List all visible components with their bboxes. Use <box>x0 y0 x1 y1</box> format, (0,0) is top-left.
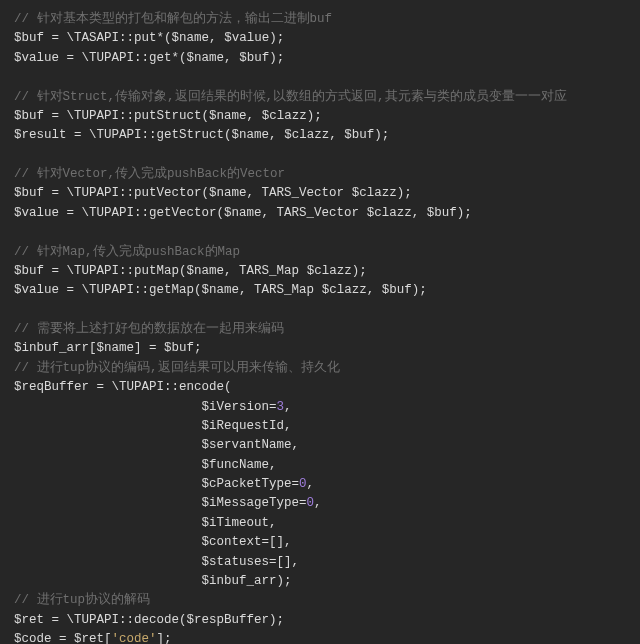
code-token: $clazz <box>284 128 329 142</box>
code-token: = <box>44 186 67 200</box>
code-token: $buf <box>382 283 412 297</box>
code-token: :: <box>119 109 134 123</box>
code-token: 3 <box>277 400 285 414</box>
code-line <box>14 146 626 165</box>
code-token: $respBuffer <box>187 613 270 627</box>
code-token: = <box>44 109 67 123</box>
code-token: $name <box>209 109 247 123</box>
code-token: $code <box>14 632 52 644</box>
code-line: $value = \TUPAPI::getVector($name, TARS_… <box>14 204 626 223</box>
code-token: \ <box>67 186 75 200</box>
comment-text: // 针对Struct,传输对象,返回结果的时候,以数组的方式返回,其元素与类的… <box>14 90 567 104</box>
code-token: , <box>269 516 277 530</box>
code-line: $result = \TUPAPI::getStruct($name, $cla… <box>14 126 626 145</box>
code-token: $name <box>224 206 262 220</box>
code-line: $context=[], <box>14 533 626 552</box>
code-token: $funcName <box>202 458 270 472</box>
code-line: $buf = \TUPAPI::putVector($name, TARS_Ve… <box>14 184 626 203</box>
code-token: getVector( <box>149 206 224 220</box>
code-token: , TARS_Vector <box>262 206 367 220</box>
code-token <box>14 458 202 472</box>
code-token: ); <box>412 283 427 297</box>
code-token: $reqBuffer <box>14 380 89 394</box>
code-token <box>14 477 202 491</box>
code-line: $code = $ret['code']; <box>14 630 626 644</box>
code-line: $iVersion=3, <box>14 398 626 417</box>
code-line: $reqBuffer = \TUPAPI::encode( <box>14 378 626 397</box>
code-token <box>14 574 202 588</box>
code-token: 0 <box>307 496 315 510</box>
code-token: $value <box>14 283 59 297</box>
code-token: $iTimeout <box>202 516 270 530</box>
code-token: = <box>59 51 82 65</box>
code-line <box>14 68 626 87</box>
code-token: \ <box>89 128 97 142</box>
code-token: get*( <box>149 51 187 65</box>
code-line: // 进行tup协议的解码 <box>14 591 626 610</box>
code-token: $name <box>97 341 135 355</box>
code-token: $buf <box>164 341 194 355</box>
code-token: $iRequestId <box>202 419 285 433</box>
code-line: // 针对基本类型的打包和解包的方法，输出二进制buf <box>14 10 626 29</box>
code-token: $clazz <box>307 264 352 278</box>
code-token: $name <box>187 51 225 65</box>
code-line: $servantName, <box>14 436 626 455</box>
code-token: putVector( <box>134 186 209 200</box>
code-token: ); <box>277 574 292 588</box>
code-token: $name <box>232 128 270 142</box>
code-token: \ <box>112 380 120 394</box>
code-token: putStruct( <box>134 109 209 123</box>
code-token: :: <box>134 206 149 220</box>
code-token: ); <box>397 186 412 200</box>
code-token: :: <box>119 264 134 278</box>
code-line: $iMessageType=0, <box>14 494 626 513</box>
code-token: = <box>44 613 67 627</box>
code-token: putMap( <box>134 264 187 278</box>
code-token: $ret <box>14 613 44 627</box>
code-token: $name <box>172 31 210 45</box>
code-token: ); <box>269 613 284 627</box>
code-token: $clazz <box>322 283 367 297</box>
code-line: // 针对Vector,传入完成pushBack的Vector <box>14 165 626 184</box>
code-token: $buf <box>14 31 44 45</box>
code-token: $statuses <box>202 555 270 569</box>
code-token: $value <box>224 31 269 45</box>
code-token: = <box>44 31 67 45</box>
code-token: TUPAPI <box>89 283 134 297</box>
code-token: , <box>269 458 277 472</box>
code-token: TUPAPI <box>97 128 142 142</box>
code-token: $name <box>187 264 225 278</box>
code-token: [ <box>104 632 112 644</box>
code-line: $cPacketType=0, <box>14 475 626 494</box>
code-token: $name <box>209 186 247 200</box>
code-token: $inbuf_arr <box>14 341 89 355</box>
code-line: $inbuf_arr); <box>14 572 626 591</box>
code-line: $inbuf_arr[$name] = $buf; <box>14 339 626 358</box>
code-token: :: <box>134 51 149 65</box>
code-token: TUPAPI <box>89 206 134 220</box>
code-token: $servantName <box>202 438 292 452</box>
code-token: ); <box>352 264 367 278</box>
code-token: $buf <box>14 264 44 278</box>
code-line: $ret = \TUPAPI::decode($respBuffer); <box>14 611 626 630</box>
code-token: $buf <box>14 109 44 123</box>
code-line: $value = \TUPAPI::getMap($name, TARS_Map… <box>14 281 626 300</box>
code-token: :: <box>142 128 157 142</box>
code-token: = <box>52 632 75 644</box>
code-token: = <box>44 264 67 278</box>
code-token <box>14 516 202 530</box>
code-token: $value <box>14 51 59 65</box>
code-token: TASAPI <box>74 31 119 45</box>
code-token: ); <box>269 31 284 45</box>
code-token: \ <box>82 206 90 220</box>
code-token: , <box>224 51 239 65</box>
code-token: TUPAPI <box>74 186 119 200</box>
code-token: , <box>284 400 292 414</box>
code-token: $buf <box>427 206 457 220</box>
code-token: , <box>292 438 300 452</box>
code-token: TUPAPI <box>89 51 134 65</box>
code-token: $clazz <box>262 109 307 123</box>
code-token: $name <box>202 283 240 297</box>
comment-text: // 进行tup协议的解码 <box>14 593 150 607</box>
code-line <box>14 223 626 242</box>
